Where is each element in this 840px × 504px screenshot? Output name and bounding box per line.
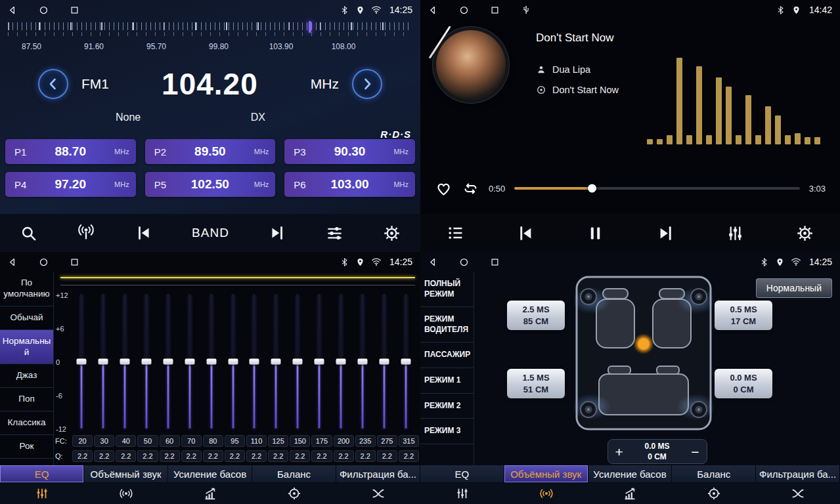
eq-band-slider[interactable] — [93, 291, 114, 431]
home-icon[interactable] — [39, 5, 49, 15]
tab-bass-boost[interactable]: Усиление басов — [588, 465, 673, 482]
slider-knob[interactable] — [357, 358, 367, 364]
tab-balance-iconcell[interactable] — [672, 483, 756, 504]
next-station-icon[interactable] — [269, 224, 286, 242]
eq-band-slider[interactable] — [265, 291, 287, 431]
tuner-indicator[interactable] — [309, 21, 311, 33]
eq-band-slider[interactable] — [158, 291, 179, 431]
settings-gear-icon[interactable] — [796, 224, 814, 242]
eq-preset-custom[interactable]: Обычай — [0, 306, 53, 330]
settings-gear-icon[interactable] — [383, 224, 401, 242]
favorite-heart-icon[interactable] — [435, 180, 453, 198]
delay-front-right-button[interactable]: 0.5 MS 17 CM — [715, 301, 772, 330]
tab-balance[interactable]: Баланс — [252, 465, 336, 482]
slider-knob[interactable] — [206, 358, 216, 364]
back-icon[interactable] — [8, 5, 18, 15]
tab-surround[interactable]: Объёмный звук — [504, 465, 588, 482]
slider-knob[interactable] — [379, 358, 389, 364]
slider-knob[interactable] — [336, 358, 345, 364]
slider-knob[interactable] — [250, 358, 259, 364]
tab-eq[interactable]: EQ — [0, 465, 84, 482]
preset-button-p3[interactable]: P3 90.30 MHz — [284, 139, 415, 164]
mode-1[interactable]: РЕЖИМ 1 — [420, 368, 474, 394]
slider-knob[interactable] — [185, 358, 194, 364]
eq-band-slider[interactable] — [244, 291, 265, 431]
home-icon[interactable] — [459, 257, 469, 267]
slider-knob[interactable] — [293, 358, 303, 364]
mode-2[interactable]: РЕЖИМ 2 — [420, 394, 474, 419]
preset-button-p6[interactable]: P6 103.00 MHz — [284, 172, 415, 197]
recents-icon[interactable] — [490, 5, 500, 15]
mode-driver[interactable]: РЕЖИМ ВОДИТЕЛЯ — [420, 307, 474, 343]
mode-3[interactable]: РЕЖИМ 3 — [420, 419, 474, 444]
tab-bass-iconcell[interactable] — [168, 483, 252, 504]
eq-preset-classic[interactable]: Классика — [0, 411, 53, 435]
recents-icon[interactable] — [490, 257, 500, 267]
preset-button-p4[interactable]: P4 97.20 MHz — [5, 172, 136, 197]
decrease-delay-button[interactable]: − — [691, 445, 699, 459]
slider-knob[interactable] — [315, 358, 324, 364]
slider-knob[interactable] — [99, 358, 108, 364]
repeat-icon[interactable] — [462, 180, 479, 198]
tab-filter-iconcell[interactable] — [336, 483, 420, 504]
eq-band-slider[interactable] — [351, 291, 373, 431]
tab-bass-boost[interactable]: Усиление басов — [168, 465, 252, 482]
eq-band-slider[interactable] — [200, 291, 222, 431]
eq-preset-pop[interactable]: Поп — [0, 388, 53, 411]
eq-preset-jazz[interactable]: Джаз — [0, 364, 53, 388]
progress-bar[interactable] — [514, 187, 799, 190]
tune-up-button[interactable] — [352, 69, 382, 99]
mode-full[interactable]: ПОЛНЫЙ РЕЖИМ — [420, 272, 474, 307]
frequency-scale[interactable]: 87.50 91.60 95.70 99.80 103.90 108.00 — [8, 21, 412, 56]
slider-knob[interactable] — [271, 358, 281, 364]
tab-surround-iconcell[interactable] — [504, 483, 588, 504]
pause-icon[interactable] — [586, 224, 604, 242]
eq-band-slider[interactable] — [136, 291, 158, 431]
preset-button-p1[interactable]: P1 88.70 MHz — [5, 139, 136, 164]
preset-button-p5[interactable]: P5 102.50 MHz — [145, 172, 276, 197]
eq-band-slider[interactable] — [309, 291, 330, 431]
eq-preset-default[interactable]: По умолчанию — [0, 272, 53, 306]
preset-button-p2[interactable]: P2 89.50 MHz — [145, 139, 276, 164]
slider-knob[interactable] — [142, 358, 152, 364]
equalizer-icon[interactable] — [326, 224, 343, 242]
back-icon[interactable] — [8, 257, 18, 267]
eq-band-slider[interactable] — [395, 291, 416, 431]
playlist-icon[interactable] — [447, 224, 465, 242]
back-icon[interactable] — [428, 257, 438, 267]
tab-balance[interactable]: Баланс — [672, 465, 756, 482]
delay-rear-right-button[interactable]: 0.0 MS 0 CM — [715, 369, 772, 398]
eq-band-slider[interactable] — [222, 291, 244, 431]
tab-surround-iconcell[interactable] — [84, 483, 168, 504]
tab-eq-iconcell[interactable] — [420, 483, 504, 504]
recents-icon[interactable] — [70, 257, 79, 267]
tab-filter[interactable]: Фильтрация ба... — [756, 465, 840, 482]
mode-passenger[interactable]: ПАССАЖИР — [420, 343, 474, 368]
home-icon[interactable] — [39, 257, 49, 267]
tab-surround[interactable]: Объёмный звук — [84, 465, 168, 482]
tab-eq-iconcell[interactable] — [0, 483, 84, 504]
delay-rear-left-button[interactable]: 1.5 MS 51 CM — [507, 369, 565, 398]
tune-down-button[interactable] — [38, 69, 68, 99]
eq-preset-rock[interactable]: Рок — [0, 435, 53, 459]
recents-icon[interactable] — [70, 5, 79, 15]
tab-bass-iconcell[interactable] — [588, 483, 673, 504]
eq-band-slider[interactable] — [373, 291, 395, 431]
band-button[interactable]: BAND — [192, 226, 229, 240]
increase-delay-button[interactable]: + — [615, 445, 623, 459]
tab-filter[interactable]: Фильтрация ба... — [336, 465, 420, 482]
eq-preset-normal[interactable]: Нормальный — [0, 330, 53, 365]
eq-band-slider[interactable] — [71, 291, 93, 431]
home-icon[interactable] — [459, 5, 469, 15]
next-track-icon[interactable] — [657, 224, 674, 242]
slider-knob[interactable] — [77, 358, 87, 364]
progress-thumb[interactable] — [588, 184, 596, 193]
slider-knob[interactable] — [401, 358, 410, 364]
mixer-icon[interactable] — [726, 224, 744, 242]
surround-preset-button[interactable]: Нормальный — [756, 278, 832, 298]
previous-station-icon[interactable] — [135, 224, 152, 242]
slider-knob[interactable] — [120, 358, 130, 364]
delay-front-left-button[interactable]: 2.5 MS 85 CM — [507, 301, 565, 330]
eq-band-slider[interactable] — [179, 291, 200, 431]
tab-eq[interactable]: EQ — [420, 465, 504, 482]
